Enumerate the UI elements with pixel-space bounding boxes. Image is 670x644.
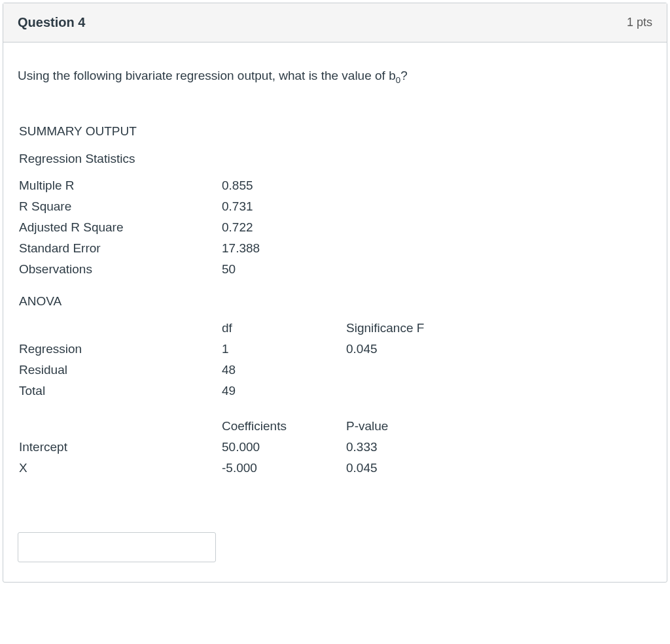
cell-value (346, 381, 470, 401)
stat-label: Adjusted R Square (19, 217, 222, 238)
anova-table: df Significance F Regression 1 0.045 Res… (19, 318, 470, 401)
table-header-row: df Significance F (19, 318, 470, 339)
stat-value: 0.722 (222, 217, 346, 238)
coefficients-table: Coefficients P-value Intercept 50.000 0.… (19, 416, 470, 479)
cell-value: 0.045 (346, 458, 470, 479)
cell-value: 1 (222, 339, 346, 360)
empty-cell (19, 416, 222, 437)
stat-value: 50 (222, 259, 346, 280)
column-header: P-value (346, 416, 470, 437)
table-row: R Square 0.731 (19, 196, 346, 217)
table-row: Residual 48 (19, 360, 470, 381)
question-points: 1 pts (627, 16, 652, 29)
stat-value: 0.731 (222, 196, 346, 217)
table-row: Observations 50 (19, 259, 346, 280)
stat-label: R Square (19, 196, 222, 217)
table-row: Intercept 50.000 0.333 (19, 437, 470, 458)
question-title: Question 4 (18, 15, 85, 30)
question-body: Using the following bivariate regression… (3, 42, 667, 582)
question-card: Question 4 1 pts Using the following biv… (3, 3, 667, 583)
row-label: Residual (19, 360, 222, 381)
prompt-text-before: Using the following bivariate regression… (18, 69, 396, 82)
table-row: X -5.000 0.045 (19, 458, 470, 479)
table-row: Adjusted R Square 0.722 (19, 217, 346, 238)
stat-label: Standard Error (19, 238, 222, 259)
row-label: Regression (19, 339, 222, 360)
prompt-text-after: ? (400, 69, 408, 82)
empty-cell (19, 318, 222, 339)
regression-output: SUMMARY OUTPUT Regression Statistics Mul… (18, 124, 652, 479)
cell-value: -5.000 (222, 458, 346, 479)
cell-value: 50.000 (222, 437, 346, 458)
anova-title: ANOVA (19, 294, 652, 309)
stat-value: 17.388 (222, 238, 346, 259)
cell-value: 48 (222, 360, 346, 381)
cell-value: 0.045 (346, 339, 470, 360)
cell-value (346, 360, 470, 381)
cell-value: 49 (222, 381, 346, 401)
question-header: Question 4 1 pts (3, 3, 667, 42)
stat-label: Observations (19, 259, 222, 280)
table-row: Regression 1 0.045 (19, 339, 470, 360)
row-label: Total (19, 381, 222, 401)
answer-input[interactable] (18, 532, 216, 562)
table-row: Standard Error 17.388 (19, 238, 346, 259)
row-label: Intercept (19, 437, 222, 458)
regression-statistics-title: Regression Statistics (19, 152, 652, 166)
table-header-row: Coefficients P-value (19, 416, 470, 437)
prompt-subscript: 0 (396, 75, 400, 85)
row-label: X (19, 458, 222, 479)
regression-statistics-table: Multiple R 0.855 R Square 0.731 Adjusted… (19, 175, 346, 280)
column-header: df (222, 318, 346, 339)
stat-label: Multiple R (19, 175, 222, 196)
table-row: Multiple R 0.855 (19, 175, 346, 196)
stat-value: 0.855 (222, 175, 346, 196)
column-header: Significance F (346, 318, 470, 339)
cell-value: 0.333 (346, 437, 470, 458)
column-header: Coefficients (222, 416, 346, 437)
table-row: Total 49 (19, 381, 470, 401)
question-prompt: Using the following bivariate regression… (18, 69, 652, 85)
summary-output-title: SUMMARY OUTPUT (19, 124, 652, 139)
